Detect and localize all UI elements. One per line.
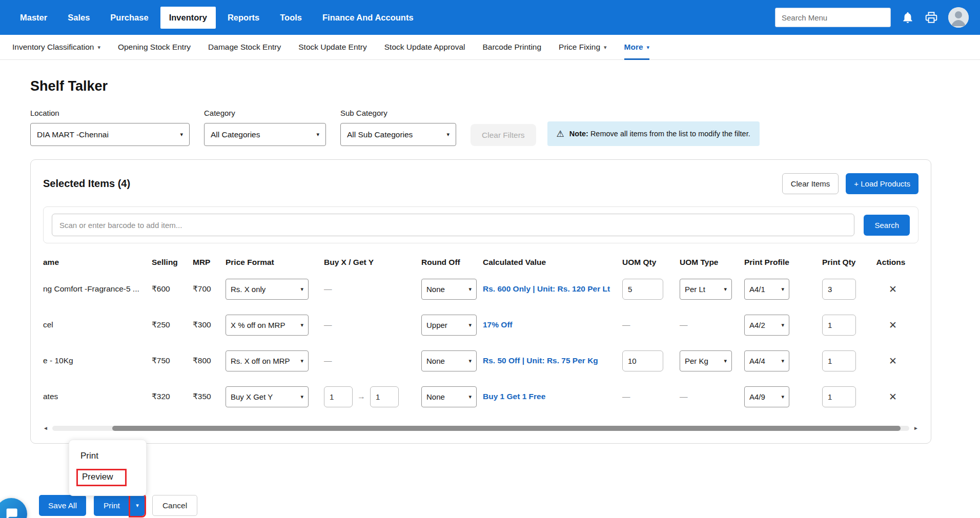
print-profile-value: A4/1 bbox=[749, 285, 765, 294]
print-dropdown-toggle[interactable]: ▾ bbox=[130, 495, 145, 516]
round-off-select[interactable]: None▾ bbox=[421, 279, 477, 300]
note-text: Note: Remove all items from the list to … bbox=[569, 130, 750, 138]
category-filter: Category All Categories ▾ bbox=[204, 109, 326, 146]
footer-actions: Save All Print ▾ Cancel bbox=[39, 495, 197, 516]
select-caret-icon: ▾ bbox=[468, 393, 472, 400]
print-qty-input[interactable] bbox=[822, 350, 856, 371]
round-off-value: None bbox=[426, 392, 445, 401]
subnav-stock-update-approval[interactable]: Stock Update Approval bbox=[384, 35, 465, 60]
avatar[interactable] bbox=[948, 7, 969, 28]
top-bar: Master Sales Purchase Inventory Reports … bbox=[0, 0, 980, 35]
price-format-select[interactable]: Rs. X only▾ bbox=[226, 279, 309, 300]
scroll-left-icon[interactable]: ◄ bbox=[43, 426, 48, 431]
remove-item-button[interactable]: ✕ bbox=[886, 355, 900, 367]
uom-type-select[interactable]: Per Kg▾ bbox=[680, 350, 732, 371]
scroll-right-icon[interactable]: ► bbox=[913, 426, 918, 431]
top-nav-inventory[interactable]: Inventory bbox=[160, 7, 216, 29]
get-y-input[interactable] bbox=[370, 386, 399, 407]
subnav-more[interactable]: More ▾ bbox=[624, 35, 650, 60]
item-name: e - 10Kg bbox=[43, 356, 152, 365]
location-filter: Location DIA MART -Chennai ▾ bbox=[30, 109, 190, 146]
round-off-select[interactable]: Upper▾ bbox=[421, 315, 477, 336]
subnav-opening-stock-entry[interactable]: Opening Stock Entry bbox=[118, 35, 191, 60]
print-profile-value: A4/9 bbox=[749, 392, 765, 401]
calculated-value-text: Rs. 600 Only | Unit: Rs. 120 Per Lt bbox=[483, 284, 622, 294]
select-caret-icon: ▾ bbox=[468, 322, 472, 328]
menu-item-preview[interactable]: Preview bbox=[69, 466, 146, 489]
subnav-price-fixing[interactable]: Price Fixing ▾ bbox=[559, 35, 607, 60]
top-nav-purchase[interactable]: Purchase bbox=[101, 7, 157, 29]
round-off-value: None bbox=[426, 357, 445, 365]
remove-item-button[interactable]: ✕ bbox=[886, 319, 900, 331]
scrollbar-thumb[interactable] bbox=[112, 426, 901, 431]
subnav-barcode-printing[interactable]: Barcode Printing bbox=[482, 35, 541, 60]
print-profile-select[interactable]: A4/2▾ bbox=[744, 315, 789, 336]
table-row: ates ₹320 ₹350 Buy X Get Y▾ → None▾ Buy … bbox=[43, 379, 918, 415]
chat-widget[interactable] bbox=[0, 498, 27, 518]
select-caret-icon: ▾ bbox=[300, 286, 303, 293]
uom-qty-input[interactable] bbox=[622, 279, 663, 300]
print-profile-select[interactable]: A4/9▾ bbox=[744, 386, 789, 407]
note-banner: ⚠ Note: Remove all items from the list t… bbox=[547, 121, 760, 146]
clear-items-button[interactable]: Clear Items bbox=[782, 173, 839, 194]
top-nav: Master Sales Purchase Inventory Reports … bbox=[11, 7, 422, 29]
note-rest: Remove all items from the list to modify… bbox=[588, 130, 750, 138]
notifications-bell-icon[interactable] bbox=[901, 11, 914, 24]
category-select[interactable]: All Categories ▾ bbox=[204, 123, 326, 146]
top-nav-tools[interactable]: Tools bbox=[271, 7, 311, 29]
print-profile-select[interactable]: A4/1▾ bbox=[744, 279, 789, 300]
load-products-button[interactable]: + Load Products bbox=[846, 173, 918, 194]
uom-type-value: Per Lt bbox=[685, 285, 705, 294]
price-format-select[interactable]: X % off on MRP▾ bbox=[226, 315, 309, 336]
buy-x-input[interactable] bbox=[324, 386, 353, 407]
print-button[interactable]: Print bbox=[94, 495, 130, 516]
uom-type-value: Per Kg bbox=[685, 357, 708, 365]
round-off-select[interactable]: None▾ bbox=[421, 350, 477, 371]
buy-x-get-y-group: → bbox=[324, 386, 416, 407]
subnav-label: More bbox=[624, 43, 643, 52]
subnav-damage-stock-entry[interactable]: Damage Stock Entry bbox=[208, 35, 281, 60]
subnav-inventory-classification[interactable]: Inventory Classification ▾ bbox=[12, 35, 100, 60]
cancel-button[interactable]: Cancel bbox=[152, 495, 197, 516]
subcategory-select[interactable]: All Sub Categories ▾ bbox=[340, 123, 456, 146]
top-nav-master[interactable]: Master bbox=[11, 7, 56, 29]
remove-item-button[interactable]: ✕ bbox=[886, 283, 900, 296]
subnav-stock-update-entry[interactable]: Stock Update Entry bbox=[298, 35, 367, 60]
print-profile-value: A4/2 bbox=[749, 321, 765, 329]
chevron-down-icon: ▾ bbox=[647, 44, 650, 51]
uom-qty-input[interactable] bbox=[622, 350, 663, 371]
warning-icon: ⚠ bbox=[557, 129, 564, 139]
menu-item-print[interactable]: Print bbox=[69, 446, 146, 466]
round-off-select[interactable]: None▾ bbox=[421, 386, 477, 407]
price-format-select[interactable]: Buy X Get Y▾ bbox=[226, 386, 309, 407]
col-header-name: ame bbox=[43, 258, 152, 267]
clear-filters-button[interactable]: Clear Filters bbox=[471, 124, 536, 146]
print-split-button: Print ▾ bbox=[94, 495, 145, 516]
print-qty-input[interactable] bbox=[822, 279, 856, 300]
print-profile-select[interactable]: A4/4▾ bbox=[744, 350, 789, 371]
select-caret-icon: ▾ bbox=[724, 286, 727, 293]
search-button[interactable]: Search bbox=[864, 215, 910, 236]
category-select-value: All Categories bbox=[211, 130, 260, 139]
remove-item-button[interactable]: ✕ bbox=[886, 390, 900, 403]
top-nav-reports[interactable]: Reports bbox=[219, 7, 268, 29]
location-select[interactable]: DIA MART -Chennai ▾ bbox=[30, 123, 190, 146]
print-qty-input[interactable] bbox=[822, 315, 856, 336]
print-profile-value: A4/4 bbox=[749, 357, 765, 365]
printer-icon[interactable] bbox=[925, 11, 938, 24]
top-nav-sales[interactable]: Sales bbox=[59, 7, 98, 29]
save-all-button[interactable]: Save All bbox=[39, 495, 86, 516]
uom-type-select[interactable]: Per Lt▾ bbox=[680, 279, 732, 300]
print-qty-input[interactable] bbox=[822, 386, 856, 407]
scrollbar-track[interactable] bbox=[52, 426, 909, 431]
top-nav-finance-and-accounts[interactable]: Finance And Accounts bbox=[314, 7, 422, 29]
note-bold: Note: bbox=[569, 130, 588, 138]
subnav-label: Stock Update Approval bbox=[384, 43, 465, 52]
barcode-input[interactable] bbox=[52, 214, 854, 236]
select-caret-icon: ▾ bbox=[300, 393, 303, 400]
top-bar-right bbox=[775, 7, 969, 28]
chevron-down-icon: ▾ bbox=[604, 44, 607, 51]
search-menu-input[interactable] bbox=[775, 8, 891, 27]
price-format-select[interactable]: Rs. X off on MRP▾ bbox=[226, 350, 309, 371]
item-selling-price: ₹600 bbox=[152, 284, 193, 294]
